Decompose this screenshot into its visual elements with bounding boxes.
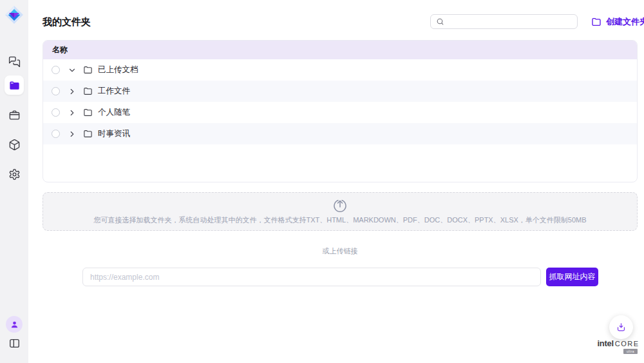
intel-ultra-badge: ultra xyxy=(623,349,638,354)
search-box[interactable] xyxy=(430,14,578,29)
folder-icon xyxy=(83,108,93,117)
cube-icon xyxy=(8,139,21,151)
create-folder-label: 创建文件夹 xyxy=(606,16,644,28)
folder-name: 已上传文档 xyxy=(98,64,138,75)
table-row[interactable]: 时事资讯 xyxy=(43,123,637,144)
search-icon xyxy=(436,17,444,26)
sidebar xyxy=(0,0,28,363)
chat-bubbles-icon xyxy=(8,55,21,68)
panel-layout-icon xyxy=(8,337,21,349)
chevron-right-icon[interactable] xyxy=(68,87,77,96)
create-folder-button[interactable]: 创建文件夹 xyxy=(591,16,644,28)
fetch-url-button[interactable]: 抓取网址内容 xyxy=(546,268,598,286)
sidebar-item-chat[interactable] xyxy=(5,52,24,71)
person-icon xyxy=(10,320,19,329)
table-row[interactable]: 工作文件 xyxy=(43,81,637,102)
chevron-right-icon[interactable] xyxy=(68,108,77,117)
intel-product-text: CORE xyxy=(615,340,639,348)
sidebar-item-folders[interactable] xyxy=(5,75,24,95)
folder-icon xyxy=(83,86,93,96)
folder-table: 名称 已上传文档 工作文件 个人随笔 时事资讯 xyxy=(43,40,638,182)
download-tray-icon xyxy=(616,322,627,333)
download-fab-button[interactable] xyxy=(609,315,633,339)
row-checkbox[interactable] xyxy=(52,66,60,74)
upload-circle-icon xyxy=(332,198,348,213)
folder-icon xyxy=(83,129,93,139)
folder-name: 时事资讯 xyxy=(98,128,130,139)
app-logo-icon xyxy=(4,5,24,25)
folder-name: 工作文件 xyxy=(98,86,130,97)
or-upload-link-label: 或上传链接 xyxy=(43,246,638,256)
chevron-right-icon[interactable] xyxy=(68,130,77,139)
folder-icon xyxy=(83,65,93,75)
briefcase-icon xyxy=(8,109,21,121)
folder-name: 个人随笔 xyxy=(98,107,130,118)
chevron-down-icon[interactable] xyxy=(68,66,77,75)
sidebar-item-toolbox[interactable] xyxy=(5,105,24,124)
folder-icon xyxy=(591,17,601,27)
table-row[interactable]: 个人随笔 xyxy=(43,102,637,123)
upload-hint: 您可直接选择加载文件夹，系统自动处理其中的文件，文件格式支持TXT、HTML、M… xyxy=(93,215,586,225)
intel-core-logo: intel CORE ultra xyxy=(598,338,639,354)
upload-dropzone[interactable]: 您可直接选择加载文件夹，系统自动处理其中的文件，文件格式支持TXT、HTML、M… xyxy=(43,192,638,231)
url-input[interactable] xyxy=(82,268,541,286)
page-title: 我的文件夹 xyxy=(43,16,91,28)
row-checkbox[interactable] xyxy=(52,130,60,138)
sidebar-item-panel-toggle[interactable] xyxy=(5,333,24,353)
row-checkbox[interactable] xyxy=(52,108,60,117)
sidebar-item-account[interactable] xyxy=(6,316,23,333)
table-row[interactable]: 已上传文档 xyxy=(43,59,637,81)
sidebar-item-settings[interactable] xyxy=(5,164,24,184)
intel-brand-text: intel xyxy=(598,338,614,348)
row-checkbox[interactable] xyxy=(52,87,60,95)
gear-icon xyxy=(8,168,21,181)
folder-icon xyxy=(8,79,21,92)
sidebar-item-models[interactable] xyxy=(5,135,24,154)
table-header-name: 名称 xyxy=(43,41,637,59)
search-input[interactable] xyxy=(448,17,572,26)
